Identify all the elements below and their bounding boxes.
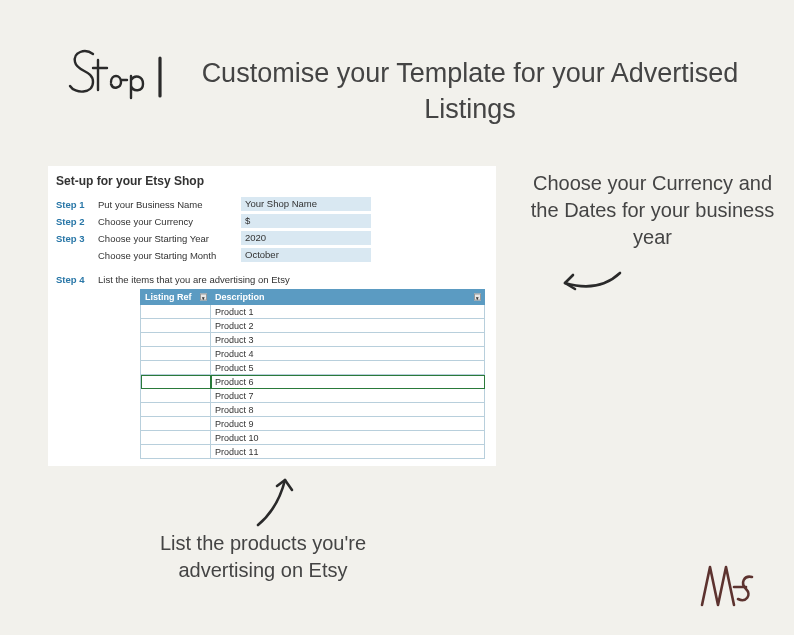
description-cell[interactable]: Product 10 [211, 431, 485, 445]
callout-currency-dates: Choose your Currency and the Dates for y… [530, 170, 775, 251]
step-num: Step 2 [54, 216, 96, 227]
arrow-left-icon [555, 265, 625, 295]
description-cell[interactable]: Product 11 [211, 445, 485, 459]
table-row: Product 8 [141, 403, 485, 417]
page-title: Customise your Template for your Adverti… [170, 55, 770, 128]
listing-ref-cell[interactable] [141, 361, 211, 375]
setup-row: Step 2 Choose your Currency $ [54, 213, 490, 229]
listing-ref-cell[interactable] [141, 403, 211, 417]
step-label [65, 40, 175, 115]
table-row: Product 6 [141, 375, 485, 389]
listing-ref-cell[interactable] [141, 375, 211, 389]
business-name-field[interactable]: Your Shop Name [241, 197, 371, 211]
table-row: Product 2 [141, 319, 485, 333]
listing-ref-cell[interactable] [141, 319, 211, 333]
column-header-description[interactable]: Description ▾ [211, 290, 485, 305]
description-cell[interactable]: Product 2 [211, 319, 485, 333]
setup-row: Choose your Starting Month October [54, 247, 490, 263]
listing-ref-cell[interactable] [141, 389, 211, 403]
starting-year-field[interactable]: 2020 [241, 231, 371, 245]
setup-row: Step 4 List the items that you are adver… [54, 274, 490, 285]
description-cell[interactable]: Product 4 [211, 347, 485, 361]
starting-month-field[interactable]: October [241, 248, 371, 262]
description-cell[interactable]: Product 8 [211, 403, 485, 417]
currency-field[interactable]: $ [241, 214, 371, 228]
description-cell[interactable]: Product 1 [211, 305, 485, 319]
listings-table: Listing Ref ▾ Description ▾ Product 1Pro… [140, 289, 485, 459]
spreadsheet-title: Set-up for your Etsy Shop [54, 174, 490, 188]
callout-list-products: List the products you're advertising on … [128, 530, 398, 584]
description-cell[interactable]: Product 9 [211, 417, 485, 431]
table-row: Product 9 [141, 417, 485, 431]
table-row: Product 3 [141, 333, 485, 347]
step-label-text: List the items that you are advertising … [96, 274, 290, 285]
listing-ref-cell[interactable] [141, 445, 211, 459]
listing-ref-cell[interactable] [141, 417, 211, 431]
header-text: Description [215, 292, 265, 302]
filter-dropdown-icon[interactable]: ▾ [474, 294, 481, 301]
step-num: Step 4 [54, 274, 96, 285]
step-label-text: Choose your Currency [96, 216, 241, 227]
setup-row: Step 3 Choose your Starting Year 2020 [54, 230, 490, 246]
arrow-up-icon [250, 470, 300, 530]
step-label-text: Choose your Starting Month [96, 250, 241, 261]
column-header-listing-ref[interactable]: Listing Ref ▾ [141, 290, 211, 305]
description-cell[interactable]: Product 7 [211, 389, 485, 403]
step-num: Step 1 [54, 199, 96, 210]
table-row: Product 5 [141, 361, 485, 375]
listing-ref-cell[interactable] [141, 333, 211, 347]
description-cell[interactable]: Product 6 [211, 375, 485, 389]
listing-ref-cell[interactable] [141, 431, 211, 445]
step-label-text: Put your Business Name [96, 199, 241, 210]
brand-logo [694, 557, 764, 617]
header-text: Listing Ref [145, 292, 192, 302]
setup-row: Step 1 Put your Business Name Your Shop … [54, 196, 490, 212]
step-label-text: Choose your Starting Year [96, 233, 241, 244]
step-num: Step 3 [54, 233, 96, 244]
description-cell[interactable]: Product 3 [211, 333, 485, 347]
table-row: Product 1 [141, 305, 485, 319]
table-row: Product 4 [141, 347, 485, 361]
listing-ref-cell[interactable] [141, 305, 211, 319]
table-row: Product 7 [141, 389, 485, 403]
description-cell[interactable]: Product 5 [211, 361, 485, 375]
table-row: Product 11 [141, 445, 485, 459]
listing-ref-cell[interactable] [141, 347, 211, 361]
filter-dropdown-icon[interactable]: ▾ [200, 294, 207, 301]
spreadsheet-panel: Set-up for your Etsy Shop Step 1 Put you… [48, 166, 496, 466]
table-row: Product 10 [141, 431, 485, 445]
